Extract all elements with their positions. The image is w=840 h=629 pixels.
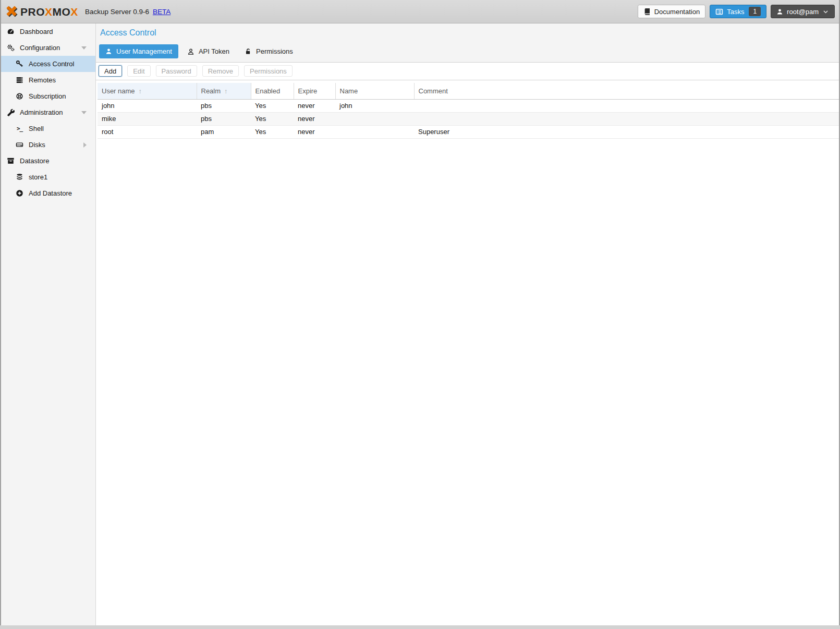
tab-label: API Token xyxy=(199,47,229,55)
sidebar-item-label: Access Control xyxy=(29,60,74,68)
sidebar-item-label: Dashboard xyxy=(20,28,53,35)
book-icon xyxy=(643,8,651,15)
terminal-icon: >_ xyxy=(15,125,24,132)
tasks-label: Tasks xyxy=(727,8,744,16)
unlock-icon xyxy=(245,48,252,55)
page-title: Access Control xyxy=(100,28,839,38)
tab-label: Permissions xyxy=(256,47,293,55)
cell-realm: pam xyxy=(197,125,251,138)
table-row[interactable]: root pam Yes never Superuser xyxy=(98,125,839,138)
user-menu-label: root@pam xyxy=(787,8,819,16)
proxmox-logo: PROXMOX xyxy=(5,5,78,18)
tab-permissions[interactable]: Permissions xyxy=(238,44,299,58)
column-header-username[interactable]: User name↑ xyxy=(98,83,197,99)
user-table: User name↑ Realm↑ Enabled Expire Name Co… xyxy=(98,83,839,139)
expander-right-icon[interactable] xyxy=(83,142,87,148)
table-row[interactable]: john pbs Yes never john xyxy=(98,99,839,112)
table-header-row: User name↑ Realm↑ Enabled Expire Name Co… xyxy=(98,83,839,99)
app-window: PROXMOX Backup Server 0.9-6 BETA Documen… xyxy=(0,0,840,625)
sidebar-item-datastore[interactable]: Datastore xyxy=(1,153,95,169)
key-icon xyxy=(15,60,24,68)
cell-realm: pbs xyxy=(197,99,251,112)
task-list-icon xyxy=(715,8,723,16)
support-icon xyxy=(15,92,24,100)
tasks-count-badge: 1 xyxy=(749,7,761,16)
expander-down-icon[interactable] xyxy=(81,111,87,114)
sidebar-item-label: Subscription xyxy=(29,92,66,100)
tasks-button[interactable]: Tasks 1 xyxy=(710,5,766,18)
cell-name xyxy=(335,125,414,138)
beta-link[interactable]: BETA xyxy=(153,8,171,16)
plus-circle-icon xyxy=(15,189,24,197)
cell-expire: never xyxy=(294,99,335,112)
column-label: User name xyxy=(102,87,135,95)
column-header-expire[interactable]: Expire xyxy=(294,83,335,99)
column-label: Expire xyxy=(298,87,318,95)
sidebar-item-label: store1 xyxy=(29,173,47,181)
sidebar-item-label: Datastore xyxy=(20,157,49,165)
sidebar-item-add-datastore[interactable]: Add Datastore xyxy=(1,185,95,201)
content-header: Access Control User Management xyxy=(96,23,839,63)
column-label: Comment xyxy=(419,87,448,95)
logo-part: MO xyxy=(53,6,71,18)
sidebar-item-configuration[interactable]: Configuration xyxy=(1,40,95,56)
table-row[interactable]: mike pbs Yes never xyxy=(98,112,839,125)
logo-part: PRO xyxy=(20,6,45,18)
product-version-text: Backup Server 0.9-6 xyxy=(85,8,149,16)
cell-realm: pbs xyxy=(197,112,251,125)
database-icon xyxy=(15,173,24,181)
logo-part: X xyxy=(45,6,53,18)
column-header-comment[interactable]: Comment xyxy=(414,83,839,99)
documentation-button[interactable]: Documentation xyxy=(638,5,705,18)
user-icon xyxy=(105,48,112,55)
tab-label: User Management xyxy=(116,47,172,55)
sidebar-item-shell[interactable]: >_ Shell xyxy=(1,120,95,137)
hdd-icon xyxy=(15,141,24,149)
password-button: Password xyxy=(156,65,197,77)
cell-comment xyxy=(414,112,839,125)
proxmox-logo-text: PROXMOX xyxy=(20,6,78,17)
column-header-name[interactable]: Name xyxy=(335,83,414,99)
cell-expire: never xyxy=(294,125,335,138)
expander-down-icon[interactable] xyxy=(81,46,87,50)
column-label: Enabled xyxy=(255,87,281,95)
cell-enabled: Yes xyxy=(251,112,294,125)
column-header-enabled[interactable]: Enabled xyxy=(251,83,294,99)
cogs-icon xyxy=(6,44,15,52)
main-area: Dashboard Configuration xyxy=(1,23,839,625)
sidebar-item-label: Configuration xyxy=(20,44,60,52)
sidebar-item-subscription[interactable]: Subscription xyxy=(1,88,95,104)
sidebar-item-remotes[interactable]: Remotes xyxy=(1,72,95,88)
sidebar-nav: Dashboard Configuration xyxy=(1,23,96,625)
user-icon xyxy=(776,8,783,15)
tab-bar: User Management API Token xyxy=(99,44,839,58)
chevron-down-icon xyxy=(822,8,829,15)
wrench-icon xyxy=(6,108,15,116)
cell-comment xyxy=(414,99,839,112)
sidebar-item-label: Remotes xyxy=(29,76,56,84)
tab-user-management[interactable]: User Management xyxy=(99,44,178,58)
column-header-realm[interactable]: Realm↑ xyxy=(197,83,251,99)
sidebar-item-dashboard[interactable]: Dashboard xyxy=(1,23,95,40)
cell-username: root xyxy=(98,125,197,138)
sidebar-item-access-control[interactable]: Access Control xyxy=(1,56,95,72)
sidebar-item-store1[interactable]: store1 xyxy=(1,169,95,185)
permissions-button: Permissions xyxy=(244,65,293,77)
cell-username: john xyxy=(98,99,197,112)
tab-api-token[interactable]: API Token xyxy=(181,44,236,58)
sidebar-item-administration[interactable]: Administration xyxy=(1,104,95,120)
cell-expire: never xyxy=(294,112,335,125)
add-button[interactable]: Add xyxy=(99,65,122,77)
remove-button: Remove xyxy=(202,65,239,77)
user-outline-icon xyxy=(187,48,194,55)
sidebar-item-disks[interactable]: Disks xyxy=(1,137,95,153)
sort-ascending-icon: ↑ xyxy=(224,87,228,95)
header-buttons: Documentation Tasks 1 xyxy=(638,5,835,18)
cell-username: mike xyxy=(98,112,197,125)
sidebar-item-label: Add Datastore xyxy=(29,189,72,197)
sort-ascending-icon: ↑ xyxy=(139,87,142,95)
proxmox-x-logo-icon xyxy=(5,5,18,18)
grid-toolbar: Add Edit Password Remove Permissions xyxy=(96,63,839,80)
content-panel: Access Control User Management xyxy=(96,23,839,625)
user-menu-button[interactable]: root@pam xyxy=(771,5,835,18)
